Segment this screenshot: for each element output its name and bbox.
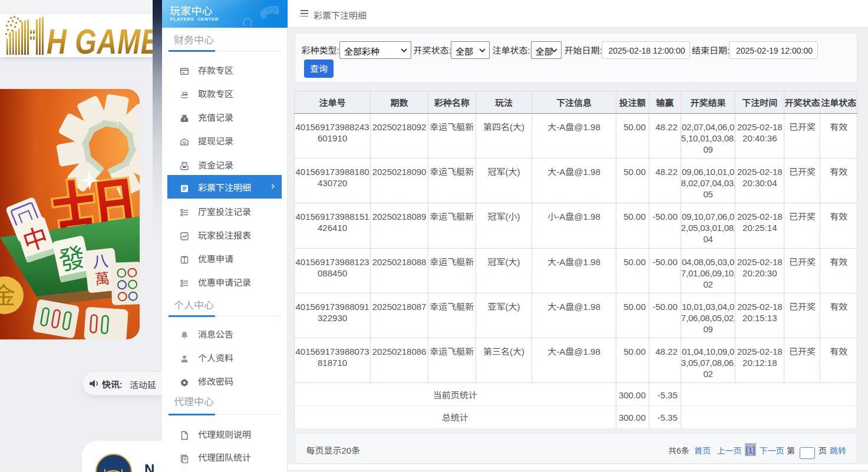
svg-text:金: 金 [0,277,15,311]
svg-text:萬: 萬 [94,266,111,289]
svg-text:H GAME: H GAME [47,21,153,56]
